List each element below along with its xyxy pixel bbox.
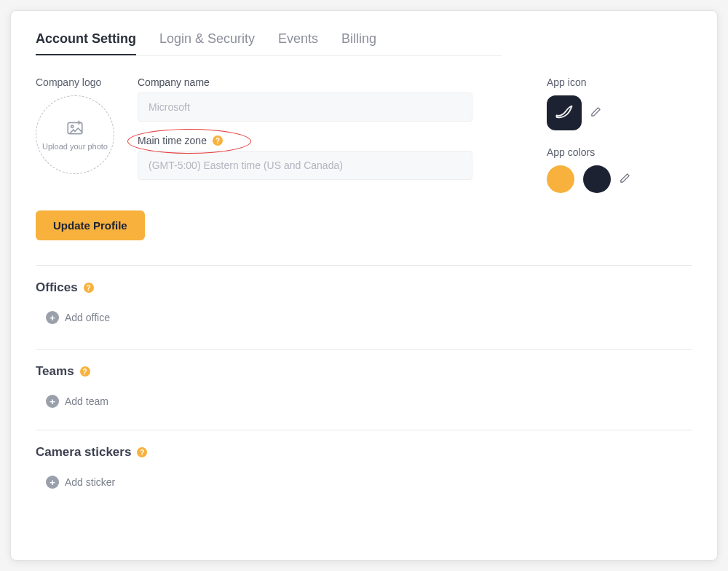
timezone-field: Main time zone ? (GMT-5:00) Eastern time… (138, 135, 472, 180)
tab-account-setting[interactable]: Account Setting (36, 31, 136, 55)
update-profile-button[interactable]: Update Profile (36, 210, 145, 240)
pencil-icon (620, 173, 630, 184)
add-team-button[interactable]: + Add team (46, 395, 692, 408)
right-column: App icon App colors (547, 76, 692, 193)
edit-app-colors-button[interactable] (620, 173, 630, 186)
add-sticker-label: Add sticker (65, 476, 115, 488)
app-color-secondary[interactable] (583, 165, 611, 193)
help-icon[interactable]: ? (213, 135, 223, 146)
teams-section: Teams ? + Add team (36, 349, 692, 408)
svg-rect-0 (68, 122, 82, 133)
add-office-button[interactable]: + Add office (46, 311, 692, 324)
camera-stickers-section: Camera stickers ? + Add sticker (36, 430, 692, 489)
help-icon[interactable]: ? (84, 283, 94, 293)
teams-title: Teams (36, 364, 74, 379)
settings-window: Account Setting Login & Security Events … (10, 10, 718, 561)
timezone-label: Main time zone (138, 135, 207, 146)
timezone-label-row: Main time zone ? (138, 135, 472, 146)
company-logo-label: Company logo (36, 76, 116, 88)
bird-icon (554, 103, 574, 123)
help-icon[interactable]: ? (80, 366, 90, 377)
tabs-bar: Account Setting Login & Security Events … (36, 31, 502, 56)
app-colors-label: App colors (547, 146, 692, 158)
app-icon-label: App icon (547, 76, 692, 88)
company-name-field: Company name (138, 76, 472, 122)
upper-section: Company logo Upload your photo Company n… (36, 76, 692, 193)
upload-logo-button[interactable]: Upload your photo (36, 95, 114, 174)
help-icon[interactable]: ? (137, 447, 147, 457)
tab-events[interactable]: Events (278, 31, 318, 55)
offices-title: Offices (36, 280, 78, 295)
plus-icon: + (46, 395, 59, 408)
fields-column: Company name Main time zone ? (GMT-5:00)… (138, 76, 472, 193)
image-upload-icon (66, 119, 84, 138)
tab-login-security[interactable]: Login & Security (159, 31, 255, 55)
app-icon-preview (547, 95, 582, 130)
edit-app-icon-button[interactable] (590, 106, 601, 119)
plus-icon: + (46, 311, 59, 324)
upload-caption: Upload your photo (42, 142, 108, 151)
plus-icon: + (46, 476, 59, 489)
app-color-primary[interactable] (547, 165, 574, 193)
timezone-placeholder: (GMT-5:00) Eastern time (US and Canada) (149, 160, 343, 171)
company-name-label: Company name (138, 76, 472, 88)
add-office-label: Add office (65, 312, 110, 323)
timezone-select[interactable]: (GMT-5:00) Eastern time (US and Canada) (138, 151, 472, 180)
stickers-title: Camera stickers (36, 445, 131, 460)
tab-billing[interactable]: Billing (341, 31, 376, 55)
add-sticker-button[interactable]: + Add sticker (46, 476, 692, 489)
offices-section: Offices ? + Add office (36, 265, 692, 324)
company-name-input[interactable] (138, 92, 472, 122)
add-team-label: Add team (65, 395, 108, 407)
pencil-icon (590, 106, 601, 117)
company-logo-column: Company logo Upload your photo (36, 76, 116, 193)
svg-point-1 (71, 125, 74, 127)
